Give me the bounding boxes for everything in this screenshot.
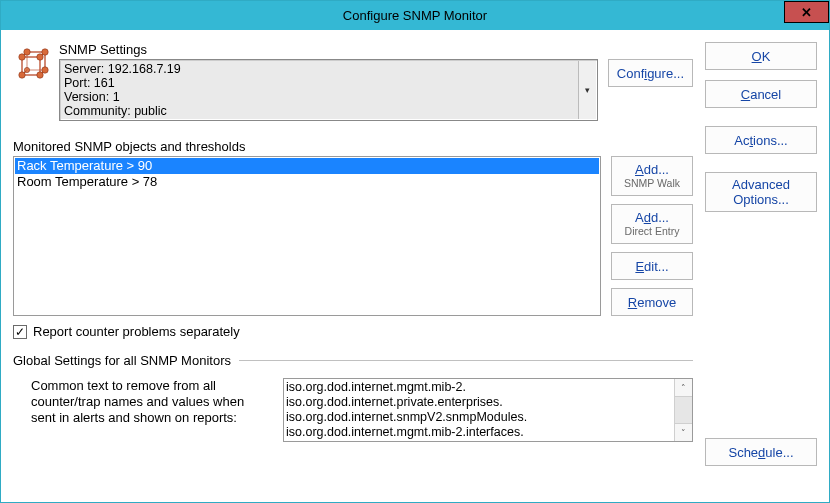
add-direct-pre: A bbox=[635, 210, 644, 225]
global-label: Common text to remove from all counter/t… bbox=[31, 378, 271, 442]
report-checkbox-label: Report counter problems separately bbox=[33, 324, 240, 339]
snmp-server-line: Server: 192.168.7.19 bbox=[64, 62, 579, 76]
snmp-port-line: Port: 161 bbox=[64, 76, 579, 90]
add-walk-u: A bbox=[635, 162, 644, 177]
snmp-settings-label: SNMP Settings bbox=[59, 42, 693, 57]
monitored-list[interactable]: Rack Temperature > 90 Room Temperature >… bbox=[13, 156, 601, 316]
list-item[interactable]: Room Temperature > 78 bbox=[15, 174, 599, 190]
snmp-settings-box-wrap: Server: 192.168.7.19 Port: 161 Version: … bbox=[59, 59, 693, 121]
removal-lines: iso.org.dod.internet.mgmt.mib-2. iso.org… bbox=[284, 379, 674, 441]
edit-post: dit... bbox=[644, 259, 669, 274]
advanced-line2: Options... bbox=[733, 192, 789, 207]
cancel-button[interactable]: Cancel bbox=[705, 80, 817, 108]
remove-button[interactable]: Remove bbox=[611, 288, 693, 316]
remove-u: R bbox=[628, 295, 637, 310]
edit-button[interactable]: Edit... bbox=[611, 252, 693, 280]
dialog-window: Configure SNMP Monitor ✕ bbox=[0, 0, 830, 503]
edit-u: E bbox=[635, 259, 644, 274]
removal-line: iso.org.dod.internet.mgmt.mib-2.interfac… bbox=[286, 425, 672, 440]
divider bbox=[239, 360, 693, 361]
remove-post: emove bbox=[637, 295, 676, 310]
actions-post: ions... bbox=[753, 133, 788, 148]
cancel-u: C bbox=[741, 87, 750, 102]
removal-textbox[interactable]: iso.org.dod.internet.mgmt.mib-2. iso.org… bbox=[283, 378, 693, 442]
add-direct-sub: Direct Entry bbox=[625, 224, 680, 238]
snmp-cube-icon bbox=[13, 42, 59, 84]
main-column: SNMP Settings Server: 192.168.7.19 Port:… bbox=[13, 42, 693, 490]
ok-button[interactable]: OK bbox=[705, 42, 817, 70]
svg-point-18 bbox=[42, 67, 48, 73]
snmp-settings-dropdown[interactable]: Server: 192.168.7.19 Port: 161 Version: … bbox=[59, 59, 598, 121]
monitored-buttons: Add... SNMP Walk Add... Direct Entry Edi… bbox=[611, 156, 693, 316]
snmp-version-line: Version: 1 bbox=[64, 90, 579, 104]
global-section: Global Settings for all SNMP Monitors Co… bbox=[13, 353, 693, 442]
global-body: Common text to remove from all counter/t… bbox=[13, 378, 693, 442]
checkmark-icon: ✓ bbox=[15, 326, 25, 338]
svg-point-13 bbox=[37, 54, 43, 60]
right-button-column: OK Cancel Actions... Advanced Options...… bbox=[705, 42, 817, 490]
snmp-settings-row: SNMP Settings Server: 192.168.7.19 Port:… bbox=[13, 42, 693, 121]
add-direct-post: d... bbox=[651, 210, 669, 225]
cube-icon bbox=[13, 48, 59, 84]
chevron-down-icon: ▾ bbox=[585, 83, 590, 97]
report-checkbox[interactable]: ✓ bbox=[13, 325, 27, 339]
window-title: Configure SNMP Monitor bbox=[1, 8, 829, 23]
svg-point-16 bbox=[24, 49, 30, 55]
monitored-list-wrap: Rack Temperature > 90 Room Temperature >… bbox=[13, 156, 601, 316]
report-checkbox-row[interactable]: ✓ Report counter problems separately bbox=[13, 324, 693, 339]
titlebar: Configure SNMP Monitor ✕ bbox=[1, 1, 829, 30]
configure-button-wrap: Configure... bbox=[608, 59, 693, 87]
snmp-settings-area: SNMP Settings Server: 192.168.7.19 Port:… bbox=[59, 42, 693, 121]
add-direct-u: d bbox=[644, 210, 651, 225]
svg-point-15 bbox=[37, 72, 43, 78]
add-direct-entry-button[interactable]: Add... Direct Entry bbox=[611, 204, 693, 244]
list-item[interactable]: Rack Temperature > 90 bbox=[15, 158, 599, 174]
cancel-post: ancel bbox=[750, 87, 781, 102]
chevron-down-icon: ˅ bbox=[681, 428, 686, 438]
removal-line: iso.org.dod.internet.private.enterprises… bbox=[286, 395, 672, 410]
svg-point-12 bbox=[19, 54, 25, 60]
snmp-community-line: Community: public bbox=[64, 104, 579, 118]
global-header-row: Global Settings for all SNMP Monitors bbox=[13, 353, 693, 368]
monitored-section: Monitored SNMP objects and thresholds Ra… bbox=[13, 139, 693, 316]
scroll-track[interactable] bbox=[675, 397, 692, 423]
scroll-up-button[interactable]: ˄ bbox=[675, 379, 692, 397]
snmp-dropdown-button[interactable]: ▾ bbox=[578, 61, 596, 119]
svg-point-17 bbox=[42, 49, 48, 55]
svg-point-14 bbox=[19, 72, 25, 78]
schedule-button[interactable]: Schedule... bbox=[705, 438, 817, 466]
removal-scrollbar[interactable]: ˄ ˅ bbox=[674, 379, 692, 441]
add-walk-post: dd... bbox=[644, 162, 669, 177]
close-button[interactable]: ✕ bbox=[784, 1, 829, 23]
removal-line: iso.org.dod.internet.mgmt.mib-2. bbox=[286, 380, 672, 395]
advanced-options-button[interactable]: Advanced Options... bbox=[705, 172, 817, 212]
scroll-down-button[interactable]: ˅ bbox=[675, 423, 692, 441]
monitored-label: Monitored SNMP objects and thresholds bbox=[13, 139, 693, 154]
svg-point-19 bbox=[24, 67, 29, 72]
removal-line: iso.org.dod.internet.snmpV2.snmpModules. bbox=[286, 410, 672, 425]
configure-pre: Conf bbox=[617, 66, 644, 81]
global-header: Global Settings for all SNMP Monitors bbox=[13, 353, 231, 368]
close-icon: ✕ bbox=[801, 5, 812, 20]
configure-button[interactable]: Configure... bbox=[608, 59, 693, 87]
schedule-post: ule... bbox=[765, 445, 793, 460]
dialog-body: SNMP Settings Server: 192.168.7.19 Port:… bbox=[1, 30, 829, 502]
schedule-pre: Sche bbox=[728, 445, 758, 460]
add-walk-sub: SNMP Walk bbox=[624, 176, 680, 190]
actions-pre: Ac bbox=[734, 133, 749, 148]
advanced-line1: Advanced bbox=[732, 177, 790, 192]
ok-post: K bbox=[762, 49, 771, 64]
add-snmp-walk-button[interactable]: Add... SNMP Walk bbox=[611, 156, 693, 196]
ok-u: O bbox=[752, 49, 762, 64]
configure-post: gure... bbox=[647, 66, 684, 81]
chevron-up-icon: ˄ bbox=[681, 383, 686, 393]
actions-button[interactable]: Actions... bbox=[705, 126, 817, 154]
